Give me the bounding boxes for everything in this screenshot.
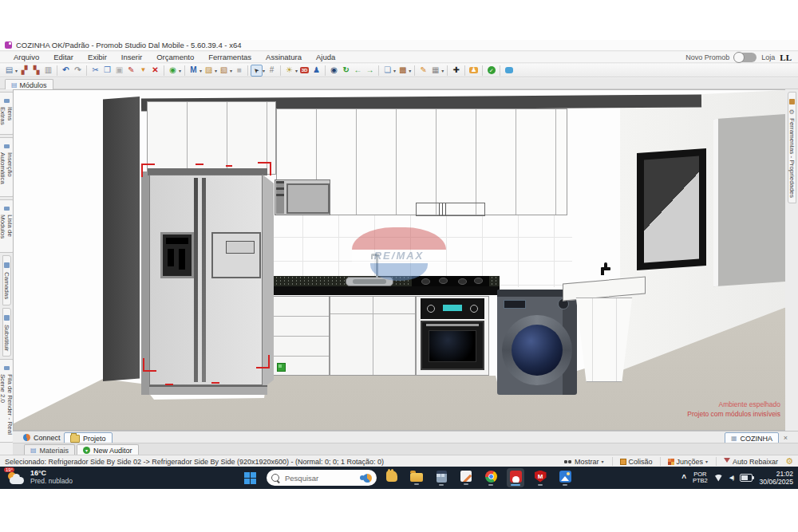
menu-ajuda[interactable]: Ajuda bbox=[309, 53, 342, 61]
juncoes-button[interactable]: Junções ▾ bbox=[668, 458, 709, 466]
tub-pedestal bbox=[572, 298, 636, 382]
toolbar-divider bbox=[280, 65, 281, 76]
block-button[interactable]: ■ bbox=[233, 65, 245, 77]
sidebar-tab-ferramentas-propriedades[interactable]: ⚙ Ferramentas - Propriedades bbox=[788, 92, 796, 203]
dropdown-caret-icon[interactable]: ▾ bbox=[409, 68, 411, 73]
oven-cabinet[interactable] bbox=[416, 296, 489, 376]
dropdown-caret-icon[interactable]: ▾ bbox=[200, 68, 202, 73]
wifi-icon[interactable] bbox=[714, 475, 723, 482]
chrome-button[interactable] bbox=[482, 468, 500, 487]
client-card-button[interactable]: ♟ bbox=[468, 65, 480, 77]
snapshot-button[interactable]: ▦ bbox=[429, 65, 441, 77]
calculator-button[interactable] bbox=[433, 468, 450, 487]
menu-ferramentas[interactable]: Ferramentas bbox=[201, 53, 259, 61]
oven-door bbox=[421, 321, 484, 370]
promob-app-button[interactable] bbox=[507, 468, 524, 487]
print-button[interactable]: ▥ bbox=[42, 65, 54, 77]
menu-arquivo[interactable]: Arquivo bbox=[6, 53, 46, 61]
finishes-button[interactable]: ▨ bbox=[203, 65, 215, 77]
speaker-icon[interactable]: ◀) bbox=[729, 475, 734, 481]
accessories-button[interactable]: ▧ bbox=[218, 65, 230, 77]
approve-button[interactable]: ✓ bbox=[485, 65, 497, 77]
tab-modulos[interactable]: ▤ Módulos bbox=[5, 79, 53, 90]
walk-right-button[interactable]: → bbox=[364, 65, 376, 77]
rotate-view-button[interactable]: ↻ bbox=[340, 65, 352, 77]
undo-button[interactable]: ↶ bbox=[60, 65, 72, 77]
mostrar-button[interactable]: Mostrar ▾ bbox=[563, 458, 605, 466]
weather-widget[interactable]: 19° 16°C Pred. nublado bbox=[6, 469, 73, 485]
send-button[interactable]: ▚ bbox=[30, 65, 42, 77]
language-indicator[interactable]: PORPTB2 bbox=[693, 471, 708, 484]
format-painter-button[interactable]: ✎ bbox=[125, 65, 137, 77]
walk-left-button[interactable]: ← bbox=[352, 65, 364, 77]
clock[interactable]: 21:02 30/06/2025 bbox=[759, 470, 793, 486]
mcafee-button[interactable]: M bbox=[531, 468, 549, 487]
loja-label[interactable]: Loja bbox=[761, 53, 775, 61]
dropdown-caret-icon[interactable]: ▾ bbox=[15, 68, 18, 73]
tab-new-auditor[interactable]: ▾ New Auditor bbox=[77, 444, 139, 455]
cube-3d-button[interactable]: ▩ bbox=[397, 65, 409, 77]
menu-editar[interactable]: Editar bbox=[46, 53, 81, 61]
move-button[interactable]: ✚ bbox=[450, 65, 462, 77]
start-button[interactable] bbox=[244, 472, 256, 484]
tools-wrench-icon[interactable]: ⚙ bbox=[785, 456, 793, 467]
viewport-button[interactable]: ❏ bbox=[381, 65, 393, 77]
viewport-3d[interactable]: RE/MAX Ambiente espelhado Projeto com mó… bbox=[14, 90, 785, 430]
close-document-button[interactable]: × bbox=[778, 432, 793, 443]
novo-promob-toggle[interactable] bbox=[734, 53, 757, 62]
filter-button[interactable]: ▼ bbox=[137, 65, 149, 77]
base-cabinet-doors[interactable] bbox=[330, 296, 416, 376]
auto-rebaixar-button[interactable]: Auto Rebaixar bbox=[724, 458, 778, 466]
taskbar-search[interactable] bbox=[267, 470, 377, 486]
laundry-tub[interactable] bbox=[563, 272, 652, 385]
copy-button[interactable]: ❐ bbox=[101, 65, 113, 77]
menu-exibir[interactable]: Exibir bbox=[81, 53, 114, 61]
photos-button[interactable] bbox=[556, 468, 574, 487]
chat-button[interactable] bbox=[503, 65, 515, 77]
dropdown-caret-icon[interactable]: ▾ bbox=[441, 68, 444, 73]
measure-button[interactable]: ✎ bbox=[417, 65, 429, 77]
menu-assinatura[interactable]: Assinatura bbox=[259, 53, 309, 61]
dropdown-caret-icon[interactable]: ▾ bbox=[230, 68, 232, 73]
dropdown-caret-icon[interactable]: ▾ bbox=[179, 68, 181, 73]
modulation-button[interactable]: M bbox=[188, 65, 200, 77]
redo-button[interactable]: ↷ bbox=[72, 65, 84, 77]
view-eye-button[interactable]: ◉ bbox=[328, 65, 340, 77]
tab-connect[interactable]: Connect bbox=[18, 432, 66, 443]
microwave[interactable] bbox=[275, 179, 330, 215]
paste-button[interactable]: ▣ bbox=[113, 65, 125, 77]
window-frame[interactable] bbox=[637, 148, 706, 270]
promob-web-button[interactable]: ◉ bbox=[167, 65, 179, 77]
range-hood[interactable] bbox=[416, 203, 485, 216]
mannequin-button[interactable]: ♟ bbox=[310, 65, 322, 77]
cut-button[interactable]: ✂ bbox=[89, 65, 101, 77]
dropdown-caret-icon[interactable]: ▾ bbox=[295, 68, 298, 73]
colisao-button[interactable]: Colisão bbox=[620, 458, 653, 466]
menu-inserir[interactable]: Inserir bbox=[114, 53, 149, 61]
battery-icon[interactable] bbox=[740, 474, 753, 482]
export-button[interactable]: ▞ bbox=[18, 65, 30, 77]
lights-button[interactable]: ☀ bbox=[283, 65, 295, 77]
gizmo-cube[interactable] bbox=[277, 363, 286, 372]
file-explorer-button[interactable] bbox=[408, 468, 425, 487]
render-3d-button[interactable]: 3D bbox=[298, 65, 310, 77]
tray-chevron-icon[interactable]: ^ bbox=[681, 474, 686, 483]
snip-app-button[interactable] bbox=[457, 468, 475, 487]
tab-materiais[interactable]: ▤ Materiais bbox=[24, 444, 75, 455]
dimensions-button[interactable]: # bbox=[266, 65, 278, 77]
sidebar-tab-substituir[interactable]: Substituir bbox=[2, 308, 11, 357]
search-input[interactable] bbox=[283, 473, 349, 483]
save-button[interactable]: ▤ bbox=[3, 65, 15, 77]
dropdown-caret-icon[interactable]: ▾ bbox=[215, 68, 217, 73]
hand-app-button[interactable] bbox=[383, 468, 401, 487]
refrigerador-side-by-side[interactable] bbox=[141, 168, 277, 401]
upper-cabinet-left[interactable] bbox=[147, 101, 276, 175]
delete-button[interactable]: ✕ bbox=[149, 65, 161, 77]
dropdown-caret-icon[interactable]: ▾ bbox=[263, 68, 265, 73]
dropdown-caret-icon[interactable]: ▾ bbox=[393, 68, 396, 73]
select-tool-button[interactable]: ➤ bbox=[251, 65, 263, 77]
design-canvas[interactable]: RE/MAX Ambiente espelhado Projeto com mó… bbox=[13, 89, 785, 431]
oven-display bbox=[443, 305, 462, 311]
sidebar-tab-camadas[interactable]: Camadas bbox=[2, 255, 11, 305]
menu-orcamento[interactable]: Orçamento bbox=[149, 53, 201, 61]
